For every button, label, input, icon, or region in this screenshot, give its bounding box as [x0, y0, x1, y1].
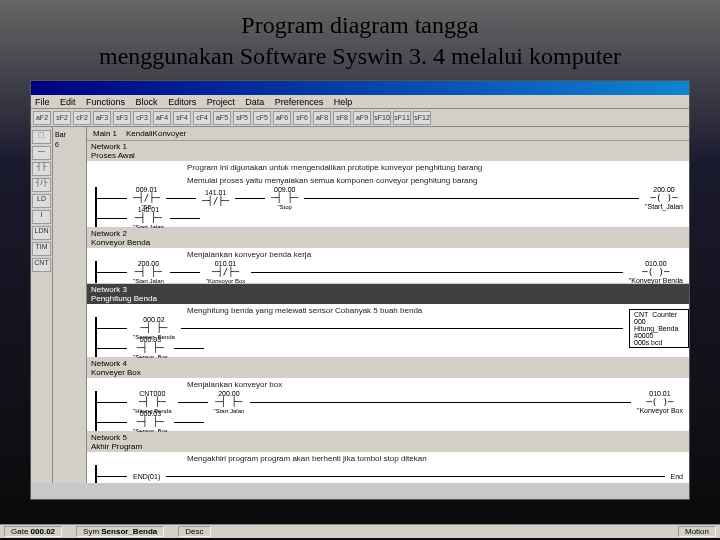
contact[interactable]: 000.03─┤ ├─"Sensor_Box — [133, 410, 168, 434]
menu-project[interactable]: Project — [207, 97, 235, 107]
editor-header: Main 1 KendaliKonvoyer — [87, 127, 689, 141]
output-coil[interactable]: 200.00─( )─"Start_Jalan — [645, 186, 683, 210]
network-comment: Menjalankan konveyor benda kerja — [87, 248, 689, 261]
network-5: Network 5Akhir ProgramMengakhiri program… — [87, 432, 689, 483]
network-comment: Program ini digunakan untuk mengendalika… — [87, 161, 689, 174]
menu-file[interactable]: File — [35, 97, 50, 107]
contact[interactable]: 200.00─┤ ├─"Start Jalan — [214, 390, 245, 414]
main-area: ⬚—┤├┤/├LDILDNTIMCNT Bar6 Main 1 KendaliK… — [31, 127, 689, 483]
network-2: Network 2Konveyor BendaMenjalankan konve… — [87, 228, 689, 284]
side-btn-3[interactable]: ┤/├ — [32, 178, 51, 192]
syswin-window: File Edit Functions Block Editors Projec… — [30, 80, 690, 500]
menu-functions[interactable]: Functions — [86, 97, 125, 107]
toolbar-btn-sF4[interactable]: sF4 — [173, 111, 191, 125]
side-btn-1[interactable]: — — [32, 146, 51, 160]
toolbar-btn-aF5[interactable]: aF5 — [213, 111, 231, 125]
menu-editors[interactable]: Editors — [168, 97, 196, 107]
side-btn-2[interactable]: ┤├ — [32, 162, 51, 176]
side-btn-8[interactable]: CNT — [32, 258, 51, 272]
toolbar-btn-aF8[interactable]: aF8 — [313, 111, 331, 125]
output-coil[interactable]: 010.01─( )─"Konveyor Box — [637, 390, 683, 414]
network-title: Network 4Konveyer Box — [87, 358, 689, 378]
contact[interactable]: 009.00─┤ ├─"Stop — [271, 186, 298, 210]
toolbar-btn-cF2[interactable]: cF2 — [73, 111, 91, 125]
slide-title: Program diagram tangga menggunakan Softw… — [0, 0, 720, 80]
network-comment: Mengakhiri program program akan berhenti… — [87, 452, 689, 465]
contact[interactable]: 200.00─┤ ├─"Start Jalan — [133, 260, 164, 284]
toolbar-btn-sF2[interactable]: sF2 — [53, 111, 71, 125]
menu-edit[interactable]: Edit — [60, 97, 76, 107]
toolbar-btn-cF3[interactable]: cF3 — [133, 111, 151, 125]
side-btn-6[interactable]: LDN — [32, 226, 51, 240]
network-title: Network 1Proses Awal — [87, 141, 689, 161]
menubar[interactable]: File Edit Functions Block Editors Projec… — [31, 95, 689, 109]
toolbar-btn-sF11[interactable]: sF11 — [393, 111, 411, 125]
toolbar: aF2sF2cF2aF3sF3cF3aF4sF4cF4aF5sF5cF5aF6s… — [31, 109, 689, 127]
toolbar-btn-aF9[interactable]: aF9 — [353, 111, 371, 125]
contact[interactable]: 140.01─┤ ├─"Start Jalan — [133, 206, 164, 230]
toolbar-btn-aF3[interactable]: aF3 — [93, 111, 111, 125]
network-comment: Memulai proses yaitu menyalakan semua ko… — [87, 174, 689, 187]
toolbar-btn-sF8[interactable]: sF8 — [333, 111, 351, 125]
output-coil[interactable]: 010.00─( )─"Konveyor Benda — [629, 260, 683, 284]
ladder-editor[interactable]: Main 1 KendaliKonvoyer Network 1Proses A… — [87, 127, 689, 483]
window-titlebar — [31, 81, 689, 95]
contact[interactable]: 010.01─┤/├─"Konvoyor Box — [206, 260, 245, 284]
side-btn-4[interactable]: LD — [32, 194, 51, 208]
network-title: Network 5Akhir Program — [87, 432, 689, 452]
menu-preferences[interactable]: Preferences — [275, 97, 324, 107]
side-btn-0[interactable]: ⬚ — [32, 130, 51, 144]
side-toolbar: ⬚—┤├┤/├LDILDNTIMCNT — [31, 127, 53, 483]
network-title: Network 2Konveyor Benda — [87, 228, 689, 248]
toolbar-btn-sF5[interactable]: sF5 — [233, 111, 251, 125]
network-3: Network 3Penghitung BendaMenghitung bend… — [87, 284, 689, 358]
toolbar-btn-sF12[interactable]: sF12 — [413, 111, 431, 125]
toolbar-btn-aF6[interactable]: aF6 — [273, 111, 291, 125]
tree-panel[interactable]: Bar6 — [53, 127, 87, 483]
contact[interactable]: 000.03─┤ ├─"Sensor_Box — [133, 336, 168, 360]
toolbar-btn-cF5[interactable]: cF5 — [253, 111, 271, 125]
network-title: Network 3Penghitung Benda — [87, 284, 689, 304]
side-btn-7[interactable]: TIM — [32, 242, 51, 256]
network-comment: Menghitung benda yang melewati sensor Co… — [87, 304, 689, 317]
toolbar-btn-sF6[interactable]: sF6 — [293, 111, 311, 125]
network-1: Network 1Proses AwalProgram ini digunaka… — [87, 141, 689, 228]
network-comment: Menjalankan konveyor box — [87, 378, 689, 391]
menu-block[interactable]: Block — [136, 97, 158, 107]
toolbar-btn-aF2[interactable]: aF2 — [33, 111, 51, 125]
toolbar-btn-aF4[interactable]: aF4 — [153, 111, 171, 125]
menu-help[interactable]: Help — [334, 97, 353, 107]
network-4: Network 4Konveyer BoxMenjalankan konveyo… — [87, 358, 689, 432]
toolbar-btn-sF3[interactable]: sF3 — [113, 111, 131, 125]
menu-data[interactable]: Data — [245, 97, 264, 107]
toolbar-btn-sF10[interactable]: sF10 — [373, 111, 391, 125]
side-btn-5[interactable]: I — [32, 210, 51, 224]
toolbar-btn-cF4[interactable]: cF4 — [193, 111, 211, 125]
contact[interactable]: 141.01─┤/├─ — [202, 189, 229, 207]
